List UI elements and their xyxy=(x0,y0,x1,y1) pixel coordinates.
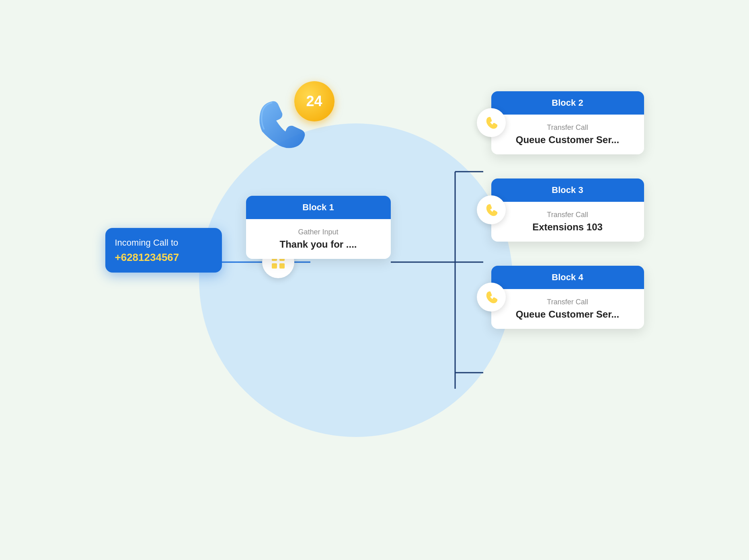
block4-phone-circle xyxy=(477,283,506,312)
block4-type-value: Queue Customer Ser... xyxy=(501,309,634,320)
block2-type-value: Queue Customer Ser... xyxy=(501,134,634,146)
block2-phone-circle xyxy=(477,108,506,137)
block4-header: Block 4 xyxy=(491,266,644,289)
block4-card[interactable]: Block 4 Transfer Call Queue Customer Ser… xyxy=(491,266,644,329)
block3-type-label: Transfer Call xyxy=(501,211,634,219)
block3-phone-icon xyxy=(484,203,499,217)
phone-icon-group: 24 xyxy=(246,81,334,170)
svg-rect-10 xyxy=(279,263,285,269)
block2-header: Block 2 xyxy=(491,91,644,115)
block3-header: Block 3 xyxy=(491,178,644,202)
main-scene: 24 Incoming Call to +6281234567 Block 1 … xyxy=(93,59,656,501)
background-circle xyxy=(199,123,513,437)
incoming-call-label: Incoming Call to xyxy=(115,237,212,249)
block1-type-value: Thank you for .... xyxy=(256,239,381,250)
block3-wrapper: Block 3 Transfer Call Extensions 103 xyxy=(491,178,644,242)
svg-rect-9 xyxy=(272,263,277,269)
block2-card[interactable]: Block 2 Transfer Call Queue Customer Ser… xyxy=(491,91,644,154)
block3-card[interactable]: Block 3 Transfer Call Extensions 103 xyxy=(491,178,644,242)
block3-phone-circle xyxy=(477,195,506,224)
block1-type-label: Gather Input xyxy=(256,228,381,236)
block2-body: Transfer Call Queue Customer Ser... xyxy=(491,115,644,154)
right-blocks: Block 2 Transfer Call Queue Customer Ser… xyxy=(491,91,644,329)
block2-wrapper: Block 2 Transfer Call Queue Customer Ser… xyxy=(491,91,644,154)
block4-phone-icon xyxy=(484,290,499,304)
incoming-call-box[interactable]: Incoming Call to +6281234567 xyxy=(105,228,222,273)
block3-body: Transfer Call Extensions 103 xyxy=(491,202,644,242)
block3-type-value: Extensions 103 xyxy=(501,222,634,233)
block1-body: Gather Input Thank you for .... xyxy=(246,219,391,259)
block2-type-label: Transfer Call xyxy=(501,123,634,132)
block4-type-label: Transfer Call xyxy=(501,298,634,306)
block4-wrapper: Block 4 Transfer Call Queue Customer Ser… xyxy=(491,266,644,329)
block2-phone-icon xyxy=(484,115,499,130)
block4-body: Transfer Call Queue Customer Ser... xyxy=(491,289,644,329)
incoming-call-number: +6281234567 xyxy=(115,251,212,264)
block1-card[interactable]: Block 1 Gather Input Thank you for .... xyxy=(246,196,391,259)
block1-header: Block 1 xyxy=(246,196,391,219)
badge-24: 24 xyxy=(294,81,334,121)
